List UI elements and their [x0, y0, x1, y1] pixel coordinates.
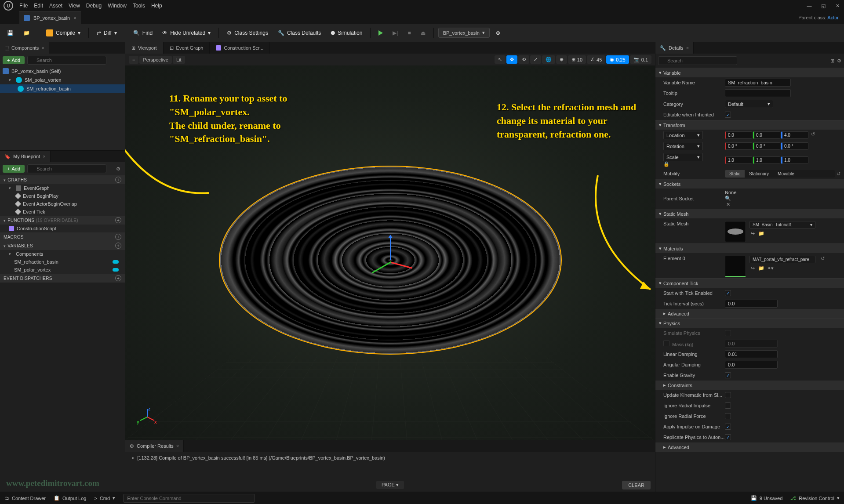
- function-item[interactable]: ConstructionScript: [0, 225, 125, 232]
- editable-checkbox[interactable]: [725, 112, 731, 118]
- start-tick-checkbox[interactable]: [725, 290, 731, 296]
- compile-button[interactable]: Compile▾: [43, 28, 84, 38]
- camera-speed-button[interactable]: 📷 0.1: [630, 55, 651, 64]
- replicate-physics-checkbox[interactable]: [725, 434, 731, 440]
- mesh-thumbnail[interactable]: [725, 221, 746, 242]
- lit-mode-button[interactable]: Lit: [173, 56, 185, 64]
- component-tree-row-self[interactable]: BP_vortex_basin (Self): [0, 67, 125, 76]
- filter-icon[interactable]: ⊞: [830, 58, 834, 64]
- unsaved-button[interactable]: 💾9 Unsaved: [751, 495, 783, 501]
- tab-close-icon[interactable]: ×: [686, 45, 689, 51]
- variable-group[interactable]: ▾Components: [0, 250, 125, 258]
- debug-object-selector[interactable]: BP_vortex_basin▾: [438, 28, 490, 38]
- menu-tools[interactable]: Tools: [133, 3, 145, 9]
- save-button[interactable]: 💾: [4, 28, 17, 38]
- location-dropdown[interactable]: Location▾: [663, 131, 703, 139]
- menu-file[interactable]: File: [19, 3, 28, 9]
- material-dropdown[interactable]: MAT_portal_vfx_refract_pare: [749, 256, 815, 263]
- compiler-results-tab[interactable]: ⚙ Compiler Results ×: [125, 440, 184, 452]
- hide-unrelated-button[interactable]: 👁Hide Unrelated▾: [159, 28, 214, 38]
- add-function-button[interactable]: +: [115, 217, 121, 223]
- add-component-button[interactable]: + Add: [3, 56, 25, 64]
- gear-icon[interactable]: ⚙: [116, 166, 120, 172]
- add-blueprint-button[interactable]: + Add: [3, 165, 25, 173]
- scale-tool-button[interactable]: ⤢: [530, 55, 541, 64]
- event-item[interactable]: Event ActorBeginOverlap: [0, 200, 125, 208]
- clear-button[interactable]: CLEAR: [622, 481, 651, 489]
- component-tree-row-selected[interactable]: SM_refraction_basin: [0, 84, 125, 93]
- perspective-button[interactable]: Perspective: [139, 56, 171, 64]
- section-header-materials[interactable]: ▾Materials: [655, 244, 844, 253]
- ignore-impulse-checkbox[interactable]: [725, 402, 731, 409]
- components-tab[interactable]: ⬚ Components ×: [0, 42, 49, 54]
- menu-debug[interactable]: Debug: [86, 3, 102, 9]
- variable-item[interactable]: SM_refraction_basin: [0, 258, 125, 266]
- expand-icon[interactable]: ▾: [9, 252, 13, 256]
- simulate-physics-checkbox[interactable]: [725, 330, 731, 336]
- gear-icon[interactable]: ⚙: [837, 58, 841, 64]
- class-settings-button[interactable]: ⚙Class Settings: [223, 28, 272, 38]
- browse-button[interactable]: 📁: [20, 28, 33, 38]
- menu-help[interactable]: Help: [151, 3, 162, 9]
- section-dispatchers[interactable]: EVENT DISPATCHERS +: [0, 274, 125, 283]
- angle-snap-button[interactable]: ∠ 45: [587, 55, 605, 64]
- scale-y-input[interactable]: [753, 156, 780, 164]
- section-header-physics[interactable]: ▾Physics: [655, 319, 844, 328]
- expand-icon[interactable]: ▾: [9, 78, 13, 82]
- reset-icon[interactable]: ↺: [837, 171, 840, 177]
- angular-damping-input[interactable]: [725, 361, 778, 369]
- expand-icon[interactable]: ▾: [9, 186, 13, 190]
- reset-icon[interactable]: ✦▾: [767, 265, 773, 271]
- advanced-header[interactable]: ▸Advanced: [655, 309, 844, 318]
- diff-button[interactable]: ⇄Diff▾: [93, 28, 120, 38]
- browse-icon[interactable]: 📁: [758, 230, 764, 236]
- rotation-dropdown[interactable]: Rotation▾: [663, 142, 703, 150]
- linear-damping-input[interactable]: [725, 350, 778, 358]
- play-button[interactable]: [375, 29, 386, 37]
- section-functions[interactable]: ▾FUNCTIONS (19 OVERRIDABLE) +: [0, 216, 125, 225]
- gizmo-z-axis[interactable]: [390, 238, 391, 260]
- scale-x-input[interactable]: [725, 156, 752, 164]
- rotate-tool-button[interactable]: ⟲: [518, 55, 529, 64]
- skip-button[interactable]: ▶|: [389, 28, 401, 38]
- find-button[interactable]: 🔍Find: [130, 28, 156, 38]
- scale-dropdown[interactable]: Scale▾: [663, 153, 703, 161]
- tab-close-icon[interactable]: ×: [73, 15, 76, 21]
- section-graphs[interactable]: ▾GRAPHS +: [0, 175, 125, 184]
- mobility-stationary-button[interactable]: Stationary: [745, 170, 773, 178]
- tab-close-icon[interactable]: ×: [43, 154, 45, 159]
- section-header-sockets[interactable]: ▾Sockets: [655, 179, 844, 189]
- rotation-y-input[interactable]: [753, 142, 780, 150]
- parent-class-link[interactable]: Actor: [827, 15, 839, 20]
- my-blueprint-tab[interactable]: 🔖 My Blueprint ×: [0, 151, 51, 162]
- variable-name-input[interactable]: [725, 79, 791, 87]
- tab-close-icon[interactable]: ×: [41, 45, 44, 51]
- locate-button[interactable]: ⊕: [492, 28, 504, 38]
- event-item[interactable]: Event BeginPlay: [0, 192, 125, 200]
- section-macros[interactable]: MACROS +: [0, 232, 125, 241]
- component-tree-row[interactable]: ▾ SM_polar_vortex: [0, 76, 125, 84]
- graph-item-eventgraph[interactable]: ▾EventGraph: [0, 184, 125, 192]
- category-dropdown[interactable]: Default▾: [725, 100, 773, 108]
- menu-window[interactable]: Window: [108, 3, 127, 9]
- scale-z-input[interactable]: [781, 156, 808, 164]
- mass-input[interactable]: [725, 340, 778, 348]
- rotation-z-input[interactable]: [781, 142, 808, 150]
- section-variables[interactable]: ▾VARIABLES +: [0, 241, 125, 250]
- class-defaults-button[interactable]: 🔧Class Defaults: [274, 28, 324, 38]
- close-icon[interactable]: ✕: [834, 3, 840, 9]
- grid-snap-button[interactable]: ⊞ 10: [568, 55, 586, 64]
- components-search-input[interactable]: [27, 56, 106, 65]
- output-log-button[interactable]: 📋Output Log: [54, 495, 86, 501]
- update-kinematic-checkbox[interactable]: [725, 392, 731, 398]
- clear-button[interactable]: ✕: [725, 201, 731, 207]
- reset-icon[interactable]: ↺: [811, 131, 815, 139]
- tab-viewport[interactable]: ⊞Viewport: [125, 42, 164, 54]
- scale-snap-button[interactable]: ◉ 0.25: [606, 55, 629, 64]
- move-tool-button[interactable]: ✥: [506, 55, 517, 64]
- add-variable-button[interactable]: +: [115, 243, 121, 249]
- use-selected-icon[interactable]: ↪: [749, 265, 756, 271]
- reset-icon[interactable]: ↺: [821, 256, 825, 261]
- maximize-icon[interactable]: ◱: [820, 3, 826, 9]
- browse-icon[interactable]: 📁: [758, 265, 764, 271]
